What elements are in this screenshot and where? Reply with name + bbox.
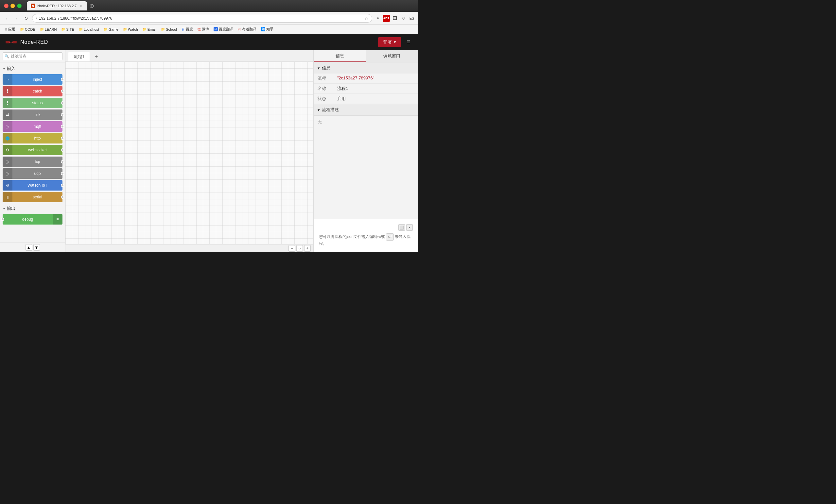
bookmark-localhost[interactable]: 📁 Localhost xyxy=(77,27,101,32)
import-hint-dismiss-btn[interactable]: × xyxy=(406,224,413,231)
bookmark-baidu[interactable]: 百 百度 xyxy=(179,26,195,32)
node-debug-port-left xyxy=(1,218,4,221)
bookmark-star-icon[interactable]: ☆ xyxy=(364,16,368,21)
filter-input[interactable] xyxy=(3,52,62,60)
palette-scroll-up[interactable]: ▲ xyxy=(25,244,32,251)
youdao-icon: 有 xyxy=(238,27,241,32)
palette-section-output[interactable]: ▾ 输出 xyxy=(0,203,65,213)
node-link[interactable]: ⇄ link xyxy=(3,110,62,120)
weibo-icon: 微 xyxy=(197,27,201,32)
desc-section-header[interactable]: ▾ 流程描述 xyxy=(314,104,418,116)
info-row-name: 名称 流程1 xyxy=(314,84,418,94)
info-panel-tabs: 信息 调试窗口 xyxy=(314,50,418,62)
nodered-logo: Node-RED xyxy=(5,38,48,46)
info-section-header[interactable]: ▾ 信息 xyxy=(314,62,418,74)
node-tcp[interactable]: )) tcp xyxy=(3,157,62,167)
bookmark-email[interactable]: 📁 Email xyxy=(141,27,159,32)
node-debug[interactable]: debug ≡ xyxy=(3,214,62,225)
node-serial[interactable]: ||| serial xyxy=(3,192,62,202)
bookmark-baidu-translate[interactable]: 译 百度翻译 xyxy=(212,26,235,32)
tab-info[interactable]: 信息 xyxy=(314,50,366,62)
info-label-name: 名称 xyxy=(318,85,337,92)
deploy-button[interactable]: 部署 ▾ xyxy=(378,37,401,47)
bookmark-game[interactable]: 📁 Game xyxy=(102,27,120,32)
bookmark-weibo[interactable]: 微 微博 xyxy=(195,26,211,32)
palette-scroll-controls: ▲ ▼ xyxy=(0,243,65,252)
node-websocket-label: websocket xyxy=(13,148,62,152)
node-inject-icon: → xyxy=(3,74,13,85)
folder-icon-site: 📁 xyxy=(61,27,65,31)
bookmark-baidu-label: 百度 xyxy=(186,27,193,32)
chevron-down-icon: ▾ xyxy=(3,67,5,71)
bookmark-watch-label: Watch xyxy=(128,27,138,32)
node-watson-iot[interactable]: ⚙ Watson IoT xyxy=(3,180,62,191)
ext-icon-3[interactable]: 🛡 xyxy=(400,15,407,22)
bookmark-code-label: CODE xyxy=(25,27,35,32)
minimize-button[interactable] xyxy=(11,4,15,8)
node-websocket[interactable]: ⚙ websocket xyxy=(3,145,62,155)
tab-debug-console[interactable]: 调试窗口 xyxy=(366,50,418,62)
node-udp[interactable]: )) udp xyxy=(3,168,62,179)
node-inject-port-right xyxy=(61,78,64,81)
node-websocket-icon: ⚙ xyxy=(3,145,13,155)
node-http[interactable]: 🌐 http xyxy=(3,133,62,143)
node-tcp-port-right xyxy=(61,160,64,163)
bookmark-youdao-label: 有道翻译 xyxy=(242,27,256,32)
tab-close-button[interactable]: × xyxy=(78,4,83,8)
bookmark-code[interactable]: 📁 CODE xyxy=(18,27,37,32)
forward-button[interactable]: › xyxy=(13,14,20,22)
bookmark-zhihu-label: 知乎 xyxy=(266,27,273,32)
filter-area: 🔍 xyxy=(0,50,65,62)
bookmark-watch[interactable]: 📁 Watch xyxy=(121,27,140,32)
hamburger-menu-button[interactable]: ≡ xyxy=(404,37,413,47)
node-catch-label: catch xyxy=(13,89,62,94)
close-button[interactable] xyxy=(4,4,8,8)
info-label-status: 状态 xyxy=(318,96,337,102)
flow-canvas[interactable] xyxy=(65,62,314,244)
refresh-button[interactable]: ↻ xyxy=(22,14,30,22)
zoom-reset-button[interactable]: ○ xyxy=(296,245,303,252)
zoom-in-button[interactable]: + xyxy=(304,245,311,252)
bookmark-site[interactable]: 📁 SITE xyxy=(59,27,76,32)
node-http-port-right xyxy=(61,137,64,140)
bookmark-learn[interactable]: 📁 LEARN xyxy=(38,27,59,32)
apps-icon: ⊞ xyxy=(4,27,7,31)
bookmark-school[interactable]: 📁 School xyxy=(159,27,179,32)
flow-tab-1[interactable]: 流程1 xyxy=(68,52,90,61)
tab-favicon: N xyxy=(31,4,35,8)
ext-icon-4[interactable]: ES xyxy=(408,15,415,22)
info-panel: 信息 调试窗口 ▾ 信息 流程 "2c153a27.789976" xyxy=(314,50,418,252)
maximize-button[interactable] xyxy=(17,4,22,8)
palette-section-input[interactable]: ▾ 输入 xyxy=(0,64,65,73)
titlebar: N Node-RED : 192.168.2.7 × ⊕ xyxy=(0,0,418,12)
download-icon[interactable]: ⬇ xyxy=(374,15,381,22)
adblock-icon[interactable]: ABP xyxy=(383,15,390,22)
ext-icon-2[interactable]: 🔲 xyxy=(391,15,398,22)
active-browser-tab[interactable]: N Node-RED : 192.168.2.7 × xyxy=(27,1,87,11)
bookmark-apps[interactable]: ⊞ 应用 xyxy=(3,26,17,32)
node-catch[interactable]: ! catch xyxy=(3,86,62,96)
nodered-app: Node-RED 部署 ▾ ≡ 🔍 ▾ 输入 xyxy=(0,34,418,252)
bookmark-zhihu[interactable]: 知 知乎 xyxy=(259,26,276,32)
back-button[interactable]: ‹ xyxy=(3,14,11,22)
node-mqtt[interactable]: )) mqtt xyxy=(3,121,62,132)
bookmark-youdao[interactable]: 有 有道翻译 xyxy=(236,26,259,32)
zhihu-icon: 知 xyxy=(261,27,265,32)
folder-icon-localhost: 📁 xyxy=(79,27,83,31)
node-palette: 🔍 ▾ 输入 → inject ! xyxy=(0,50,65,252)
add-flow-tab-button[interactable]: + xyxy=(91,52,101,61)
new-tab-button[interactable]: ⊕ xyxy=(87,1,96,11)
shortcut-key: ⌘ i xyxy=(386,233,394,240)
palette-scroll-down[interactable]: ▼ xyxy=(33,244,40,251)
node-status[interactable]: ! status xyxy=(3,98,62,108)
zoom-out-button[interactable]: − xyxy=(288,245,295,252)
bookmark-email-label: Email xyxy=(148,27,157,32)
import-hint-close-btn[interactable]: ⬜ xyxy=(398,224,405,231)
folder-icon-code: 📁 xyxy=(20,27,24,31)
node-inject[interactable]: → inject xyxy=(3,74,62,85)
chevron-info-icon: ▾ xyxy=(318,66,320,71)
desc-content: 无 xyxy=(314,116,418,128)
url-bar[interactable]: ℹ 192.168.2.7:1880/#flow/2c153a27.789976… xyxy=(32,14,372,22)
tab-title: Node-RED : 192.168.2.7 xyxy=(37,4,77,8)
chevron-desc-icon: ▾ xyxy=(318,108,320,113)
